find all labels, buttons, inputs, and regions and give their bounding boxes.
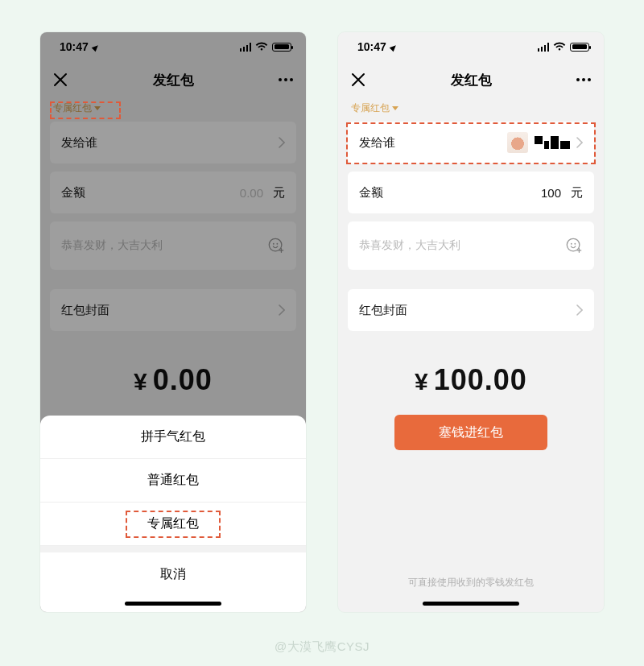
cell-signal-icon	[538, 43, 550, 52]
message-row[interactable]: 恭喜发财，大吉大利	[348, 221, 594, 270]
recipient-row[interactable]: 发给谁	[348, 122, 594, 163]
amount-value: 100	[541, 186, 561, 200]
submit-button[interactable]: 塞钱进红包	[394, 415, 547, 450]
battery-icon	[570, 43, 589, 52]
amount-label: 金额	[359, 185, 383, 201]
recipient-avatar	[507, 132, 528, 153]
more-icon[interactable]	[576, 78, 591, 81]
chevron-right-icon	[576, 304, 583, 316]
watermark: @大漠飞鹰CYSJ	[0, 639, 644, 655]
phone-right: 10:47 发红包 专属红包 发给谁	[338, 32, 604, 612]
balance-hint: 可直接使用收到的零钱发红包	[338, 576, 604, 589]
page-title: 发红包	[451, 71, 492, 89]
svg-point-3	[567, 238, 580, 251]
emoji-add-icon[interactable]	[565, 237, 583, 254]
wifi-icon	[553, 42, 566, 52]
envelope-type-selector[interactable]: 专属红包	[338, 98, 604, 122]
cover-row[interactable]: 红包封面	[348, 289, 594, 331]
action-sheet: 拼手气红包 普通红包 专属红包 取消	[40, 416, 306, 612]
big-amount: ¥100.00	[338, 363, 604, 397]
recipient-name-redacted	[535, 136, 570, 149]
amount-row[interactable]: 金额 100 元	[348, 172, 594, 213]
status-bar: 10:47	[338, 32, 604, 61]
message-placeholder: 恭喜发财，大吉大利	[359, 238, 460, 253]
sheet-cancel[interactable]: 取消	[40, 552, 306, 596]
amount-unit: 元	[571, 185, 583, 201]
location-icon	[390, 40, 398, 53]
home-indicator	[423, 602, 519, 606]
svg-point-5	[574, 243, 576, 245]
sheet-option-normal[interactable]: 普通红包	[40, 459, 306, 503]
recipient-label: 发给谁	[359, 135, 395, 151]
cover-label: 红包封面	[359, 303, 407, 318]
svg-point-4	[571, 243, 572, 245]
nav-header: 发红包	[338, 61, 604, 98]
phone-left: 10:47 发红包 专属红包 发给谁	[40, 32, 306, 612]
home-indicator	[125, 602, 221, 606]
close-icon[interactable]	[351, 72, 365, 87]
chevron-right-icon	[576, 137, 583, 148]
sheet-option-exclusive[interactable]: 专属红包	[40, 503, 306, 546]
sheet-option-lucky[interactable]: 拼手气红包	[40, 416, 306, 459]
status-time: 10:47	[357, 40, 386, 53]
envelope-type-label: 专属红包	[351, 101, 390, 115]
chevron-down-icon	[392, 106, 398, 110]
